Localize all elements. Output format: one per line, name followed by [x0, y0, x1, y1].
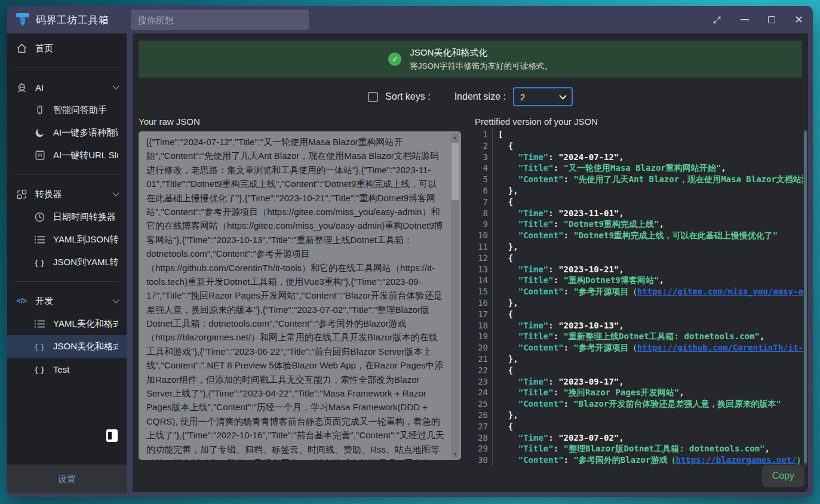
code-token: "Title" [518, 275, 554, 285]
code-line: 7 { [475, 196, 804, 208]
code-token: , [619, 208, 624, 218]
code-token: : [548, 152, 558, 162]
sidebar-item-json-format[interactable]: { }JSON美化和格式化 [7, 335, 127, 358]
sidebar-item-home[interactable]: 首页 [7, 37, 127, 60]
scrollbar-thumb[interactable] [452, 143, 459, 200]
close-button[interactable]: ✕ [794, 14, 803, 25]
scroll-up-icon[interactable]: ▲ [451, 133, 459, 142]
code-token [498, 433, 518, 442]
check-circle-icon: ✓ [388, 53, 401, 66]
code-line: 6 }, [475, 185, 804, 196]
code-token: : [564, 174, 574, 184]
code-token: { [498, 141, 513, 150]
raw-json-textarea[interactable]: [{"Time":"2024-07-12","Title":"又一轮使用Masa… [139, 131, 461, 460]
window-controls: ✕ [712, 14, 803, 25]
code-text: "Title": "挽回Razor Pages开发网站", [498, 387, 684, 398]
code-token: "Time" [518, 208, 549, 218]
code-line: 23 "Time": "2023-09-17", [475, 376, 804, 388]
code-line: 5 "Content": "先使用了几天Ant Blazor，现在使用Masa … [475, 174, 804, 185]
search-input[interactable] [131, 10, 309, 30]
sidebar-item-label: AI一键转URL Slug [53, 150, 118, 161]
code-token: , [679, 388, 684, 397]
code-line: 11 }, [475, 241, 804, 253]
url-link[interactable]: https://blazorgames.net/ [675, 455, 796, 465]
url-link[interactable]: https://github.com/CorentinTh/it-tools [637, 343, 804, 352]
sidebar-item-yaml-to-json[interactable]: YAML到JSON转换 [7, 228, 127, 251]
code-line: 12 { [475, 253, 804, 264]
code-token: "Time" [518, 433, 549, 442]
code-token: "Title" [518, 219, 554, 229]
phone-icon [33, 105, 46, 115]
code-token: , [619, 433, 624, 442]
app-logo-icon [16, 12, 30, 27]
chevron-down-icon [112, 296, 119, 303]
line-number: 23 [475, 376, 493, 388]
code-text: { [498, 421, 513, 432]
sidebar-item-dev-group[interactable]: </>开发 [7, 290, 127, 312]
line-number: 6 [475, 185, 493, 196]
pretty-json-scrollbar[interactable] [803, 129, 807, 467]
code-token: "先使用了几天Ant Blazor，现在使用Masa Blazor文档站源码进行… [573, 174, 804, 184]
code-line: 16 }, [475, 297, 804, 309]
code-token [498, 231, 518, 240]
sidebar-item-converters-group[interactable]: 转换器 [7, 183, 127, 205]
sidebar-item-ai-group[interactable]: AI [7, 76, 127, 99]
code-text: "Content": "先使用了几天Ant Blazor，现在使用Masa Bl… [498, 174, 804, 185]
chevron-down-icon [559, 92, 567, 100]
code-token: "2024-07-12" [558, 152, 619, 162]
tool-title: JSON美化和格式化 [410, 47, 552, 59]
desktop-background: 码界工坊工具箱 ✕ 首页AI智能问答助手AI一键多语种翻译AI一键转URL Sl… [0, 0, 820, 504]
code-token: [ [498, 130, 503, 139]
indent-size-select[interactable]: 2 [513, 87, 573, 106]
window-body: 首页AI智能问答助手AI一键多语种翻译AI一键转URL Slug转换器日期时间转… [7, 33, 813, 497]
code-token [498, 163, 518, 173]
raw-json-label: Your raw JSON [139, 116, 200, 127]
url-link[interactable]: https://gitee.com/miss_you/easy-admin [637, 287, 804, 296]
code-text: }, [498, 185, 518, 196]
code-token: "Content" [518, 343, 564, 352]
maximize-button[interactable] [768, 16, 775, 23]
settings-button[interactable]: 设置 [7, 465, 127, 493]
sidebar-item-ai-url-slug[interactable]: AI一键转URL Slug [7, 144, 127, 167]
code-token: "Title" [518, 444, 554, 453]
copy-button[interactable]: Copy [762, 465, 804, 487]
scrollbar-thumb[interactable] [804, 131, 807, 463]
sidebar-collapse-icon[interactable] [106, 429, 118, 442]
minimize-button[interactable] [741, 19, 749, 20]
sidebar-item-qa-assistant[interactable]: 智能问答助手 [7, 99, 127, 121]
main-content: ✓ JSON美化和格式化 将JSON字符串修饰为友好的可读格式。 Sort ke… [133, 33, 808, 492]
sidebar-item-datetime-converter[interactable]: 日期时间转换器 [7, 205, 127, 228]
code-line: 9 "Title": "Dotnet9重构完成上线", [475, 219, 804, 230]
expand-icon[interactable] [712, 16, 721, 24]
moon-icon [33, 127, 46, 138]
code-text: "Title": "重构Dotnet9博客网站", [498, 275, 664, 286]
line-number: 21 [475, 354, 493, 365]
line-number: 20 [475, 342, 493, 354]
line-number: 15 [475, 286, 493, 297]
code-text: "Content": "参考国外的Blazor游戏（https://blazor… [498, 454, 804, 466]
code-token: "2023-10-13" [558, 321, 619, 330]
code-text: { [498, 309, 513, 320]
code-line: 13 "Time": "2023-10-21", [475, 264, 804, 275]
braces-icon: { } [33, 342, 46, 351]
code-token [498, 265, 518, 274]
raw-json-scrollbar[interactable]: ▲ ▼ [451, 133, 459, 458]
sort-keys-checkbox[interactable] [368, 92, 378, 102]
code-token: { [498, 422, 513, 431]
code-token: : [554, 444, 564, 453]
code-token [498, 275, 518, 285]
code-token [498, 219, 518, 229]
code-text: "Time": "2024-07-12", [498, 152, 624, 163]
chevron-down-icon [112, 82, 119, 89]
line-number: 17 [475, 309, 493, 320]
sidebar-item-ai-translate[interactable]: AI一键多语种翻译 [7, 121, 127, 144]
sidebar-item-yaml-format[interactable]: YAML美化和格式化 [7, 312, 127, 335]
code-token: "挽回Razor Pages开发网站" [564, 388, 680, 397]
sidebar-item-test[interactable]: { }Test [7, 358, 127, 380]
sidebar-item-json-to-yaml[interactable]: { }JSON到YAML转换 [7, 251, 127, 273]
scroll-down-icon[interactable]: ▼ [451, 450, 459, 458]
line-number: 18 [475, 320, 493, 331]
sidebar-item-label: JSON美化和格式化 [53, 341, 118, 352]
code-token: , [764, 444, 769, 453]
app-title: 码界工坊工具箱 [36, 13, 109, 27]
